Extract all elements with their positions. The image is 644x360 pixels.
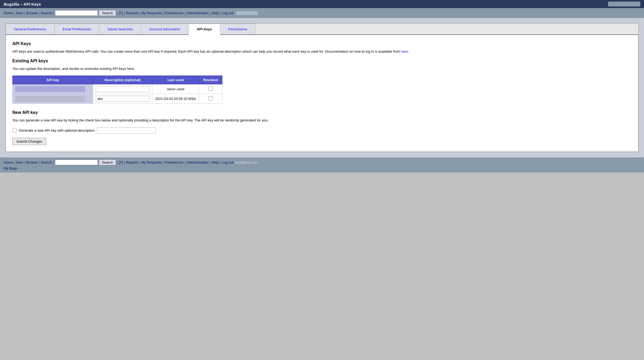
api-keys-desc-text1: API keys are used to authenticate WebSer… — [12, 49, 401, 53]
tabs-header: General Preferences Email Preferences Sa… — [6, 24, 638, 35]
tab-email-preferences[interactable]: Email Preferences — [54, 24, 99, 34]
footer-logout[interactable]: Log out — [222, 160, 233, 164]
tab-api-keys[interactable]: API Keys — [188, 24, 220, 35]
footer-nav-home[interactable]: Home — [4, 160, 13, 164]
nav-reports[interactable]: Reports — [126, 11, 138, 15]
footer-extra: My Bugs — [4, 166, 640, 170]
table-row: 2021-03-03 20:56:10 MSK — [13, 94, 222, 104]
api-key-description-input-1[interactable] — [96, 86, 149, 92]
api-keys-heading: API Keys — [12, 41, 632, 46]
title-bar-decoration — [608, 2, 640, 6]
top-nav-bar: Home | New | Browse | Search | Search | … — [0, 8, 644, 18]
footer-help-q[interactable]: [?] — [119, 160, 123, 164]
nav-browse[interactable]: Browse — [26, 11, 38, 15]
table-header-last-used: Last used — [152, 76, 199, 84]
table-header-description: Description (optional) — [93, 76, 152, 84]
existing-keys-desc: You can update the description, and revo… — [12, 66, 632, 71]
footer-reports[interactable]: Reports — [126, 160, 138, 164]
title-bar: Bugzilla – API Keys — [0, 0, 644, 8]
user-avatar-blob — [236, 11, 258, 15]
api-key-cell-1 — [13, 84, 93, 94]
tab-permissions[interactable]: Permissions — [220, 24, 256, 34]
api-key-revoked-checkbox-1[interactable] — [208, 87, 213, 91]
footer-preferences[interactable]: Preferences — [164, 160, 183, 164]
generate-new-key-label: Generate a new API key with optional des… — [19, 128, 95, 132]
nav-my-requests[interactable]: My Requests — [141, 11, 162, 15]
nav-home[interactable]: Home — [4, 11, 13, 15]
api-key-lastused-2: 2021-03-03 20:56:10 MSK — [155, 97, 196, 101]
footer-my-bugs-link[interactable]: My Bugs — [4, 166, 17, 170]
api-key-desc-cell-1 — [93, 84, 152, 94]
nav-search[interactable]: Search — [41, 11, 52, 15]
nav-new[interactable]: New — [16, 11, 23, 15]
top-search-input[interactable] — [55, 10, 98, 16]
nav-administration[interactable]: Administration — [186, 11, 208, 15]
api-key-value-1 — [15, 86, 85, 92]
tab-saved-searches[interactable]: Saved Searches — [99, 24, 141, 34]
api-key-lastused-1: never used — [167, 87, 184, 91]
footer-nav: Home | New | Browse | Search | Search | … — [0, 157, 644, 172]
nav-logout[interactable]: Log out — [222, 11, 233, 15]
tabs-container: General Preferences Email Preferences Sa… — [5, 23, 639, 152]
api-key-revoked-cell-1 — [199, 84, 222, 94]
new-api-key-heading: New API key — [12, 110, 632, 115]
new-api-key-description-input[interactable] — [97, 127, 156, 134]
table-header-revoked: Revoked — [199, 76, 222, 84]
api-keys-description: API keys are used to authenticate WebSer… — [12, 49, 632, 54]
top-search-button[interactable]: Search — [99, 10, 116, 16]
footer-nav-row: Home | New | Browse | Search | Search | … — [4, 160, 640, 165]
api-key-value-2 — [15, 96, 85, 102]
main-content: General Preferences Email Preferences Sa… — [0, 18, 644, 157]
new-api-key-row: Generate a new API key with optional des… — [12, 127, 632, 134]
nav-help[interactable]: Help — [212, 11, 219, 15]
api-key-desc-cell-2 — [93, 94, 152, 104]
tab-account-information[interactable]: Account Information — [141, 24, 189, 34]
existing-keys-heading: Existing API keys — [12, 59, 632, 63]
nav-preferences[interactable]: Preferences — [164, 11, 183, 15]
api-keys-desc-text2: . — [408, 49, 409, 53]
table-header-api-key: API key — [13, 76, 93, 84]
footer-nav-new[interactable]: New — [16, 160, 23, 164]
api-keys-table: API key Description (optional) Last used… — [12, 75, 222, 104]
api-key-cell-2 — [13, 94, 93, 104]
api-key-revoked-checkbox-2[interactable] — [208, 96, 213, 100]
page-title: Bugzilla – API Keys — [4, 2, 41, 6]
footer-administration[interactable]: Administration — [186, 160, 208, 164]
generate-new-key-checkbox[interactable] — [12, 128, 17, 132]
footer-my-requests[interactable]: My Requests — [141, 160, 162, 164]
tab-general-preferences[interactable]: General Preferences — [6, 24, 54, 34]
api-key-description-input-2[interactable] — [96, 96, 149, 102]
api-key-lastused-cell-2: 2021-03-03 20:56:10 MSK — [152, 94, 199, 104]
nav-help-q[interactable]: [?] — [119, 11, 123, 15]
footer-nav-search[interactable]: Search — [41, 160, 52, 164]
submit-changes-button[interactable]: Submit Changes — [12, 138, 46, 145]
footer-user-email: test@test.com — [235, 160, 257, 164]
footer-search-button[interactable]: Search — [99, 160, 116, 165]
api-key-revoked-cell-2 — [199, 94, 222, 104]
new-api-key-desc: You can generate a new API key by tickin… — [12, 118, 632, 123]
footer-nav-browse[interactable]: Browse — [26, 160, 38, 164]
tab-content-api-keys: API Keys API keys are used to authentica… — [6, 35, 638, 152]
api-key-lastused-cell-1: never used — [152, 84, 199, 94]
table-row: never used — [13, 84, 222, 94]
api-keys-here-link[interactable]: here — [401, 49, 408, 53]
footer-help[interactable]: Help — [212, 160, 219, 164]
footer-search-input[interactable] — [55, 160, 98, 165]
